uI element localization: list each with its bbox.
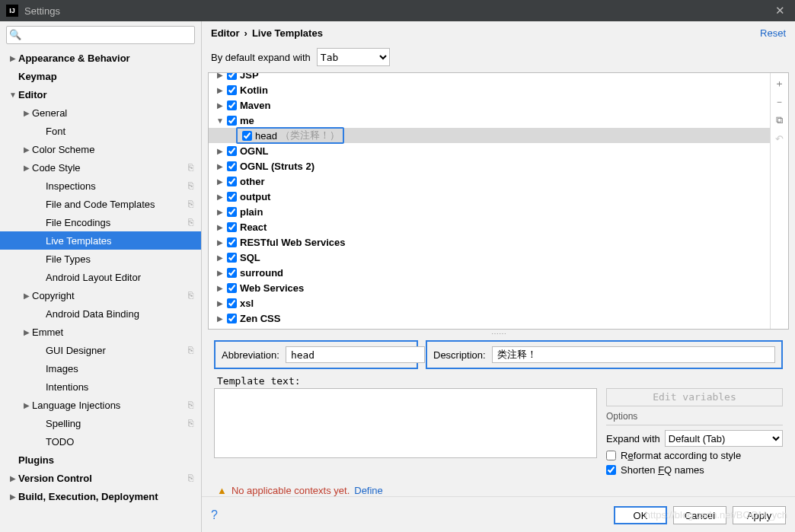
- sidebar-item-android-layout-editor[interactable]: Android Layout Editor: [0, 268, 201, 286]
- group-checkbox[interactable]: [227, 73, 237, 80]
- sidebar-item-intentions[interactable]: Intentions: [0, 377, 201, 396]
- apply-button[interactable]: Apply: [733, 506, 786, 524]
- shorten-label[interactable]: Shorten FQ names: [621, 464, 704, 476]
- sidebar-item-images[interactable]: Images: [0, 359, 201, 377]
- group-checkbox[interactable]: [227, 237, 237, 247]
- group-checkbox[interactable]: [227, 298, 237, 308]
- template-group[interactable]: ▶surround: [209, 265, 770, 280]
- add-icon[interactable]: ＋: [772, 76, 787, 91]
- sidebar-item-keymap[interactable]: Keymap: [0, 67, 201, 85]
- group-label: OGNL: [240, 145, 269, 157]
- options-expand-select[interactable]: Default (Tab): [665, 430, 783, 447]
- group-checkbox[interactable]: [227, 253, 237, 263]
- template-group[interactable]: ▶OGNL: [209, 143, 770, 158]
- sidebar-item-live-templates[interactable]: Live Templates: [0, 231, 201, 250]
- sidebar-item-general[interactable]: ▶General: [0, 104, 201, 122]
- cancel-button[interactable]: Cancel: [673, 506, 726, 524]
- reformat-label[interactable]: Reformat according to style: [621, 450, 741, 461]
- sidebar-item-file-types[interactable]: File Types: [0, 250, 201, 268]
- group-checkbox[interactable]: [227, 161, 237, 171]
- sidebar-item-todo[interactable]: TODO: [0, 432, 201, 451]
- group-checkbox[interactable]: [227, 268, 237, 278]
- sidebar-item-plugins[interactable]: Plugins: [0, 451, 201, 469]
- remove-icon[interactable]: －: [772, 94, 787, 110]
- sidebar-item-file-and-code-templates[interactable]: File and Code Templates⎘: [0, 195, 201, 213]
- template-group[interactable]: ▶Web Services: [209, 280, 770, 295]
- sidebar-item-file-encodings[interactable]: File Encodings⎘: [0, 213, 201, 231]
- template-group[interactable]: ▶Kotlin: [209, 82, 770, 97]
- chevron-icon: ▶: [215, 238, 225, 247]
- sidebar-item-label: Inspections: [46, 180, 188, 192]
- sidebar-item-code-style[interactable]: ▶Code Style⎘: [0, 158, 201, 177]
- sidebar-item-font[interactable]: Font: [0, 122, 201, 140]
- template-group[interactable]: ▶OGNL (Struts 2): [209, 158, 770, 174]
- sidebar-item-copyright[interactable]: ▶Copyright⎘: [0, 286, 201, 304]
- sidebar-item-version-control[interactable]: ▶Version Control⎘: [0, 469, 201, 487]
- template-group[interactable]: ▶xsl: [209, 295, 770, 311]
- group-checkbox[interactable]: [227, 177, 237, 186]
- group-checkbox[interactable]: [227, 283, 237, 293]
- define-link[interactable]: Define: [354, 485, 383, 496]
- template-text-area[interactable]: [214, 388, 597, 458]
- template-group[interactable]: ▶plain: [209, 204, 770, 219]
- template-group[interactable]: ▶Zen HTML: [209, 326, 770, 329]
- template-item[interactable]: head（类注释！）: [209, 128, 770, 143]
- sidebar-item-label: Emmet: [32, 327, 193, 338]
- chevron-icon: ▶: [21, 291, 32, 300]
- group-checkbox[interactable]: [227, 222, 237, 232]
- sidebar-item-inspections[interactable]: Inspections⎘: [0, 177, 201, 195]
- sidebar-item-gui-designer[interactable]: GUI Designer⎘: [0, 341, 201, 359]
- reformat-checkbox[interactable]: [606, 451, 616, 460]
- group-checkbox[interactable]: [227, 207, 237, 217]
- group-checkbox[interactable]: [227, 116, 237, 126]
- sidebar-item-language-injections[interactable]: ▶Language Injections⎘: [0, 396, 201, 414]
- group-label: Web Services: [240, 282, 304, 294]
- sidebar-item-label: Plugins: [18, 454, 193, 466]
- copy-icon[interactable]: ⧉: [772, 113, 787, 128]
- sidebar-item-android-data-binding[interactable]: Android Data Binding: [0, 304, 201, 323]
- sidebar-item-appearance-behavior[interactable]: ▶Appearance & Behavior: [0, 49, 201, 67]
- template-tree[interactable]: ▶JSP▶Kotlin▶Maven▼mehead（类注释！）▶OGNL▶OGNL…: [209, 73, 770, 329]
- sidebar-item-label: Live Templates: [46, 235, 193, 247]
- template-group[interactable]: ▶SQL: [209, 250, 770, 265]
- template-group[interactable]: ▶RESTful Web Services: [209, 234, 770, 250]
- group-checkbox[interactable]: [227, 85, 237, 95]
- template-group[interactable]: ▶React: [209, 219, 770, 234]
- sidebar-item-build-execution-deployment[interactable]: ▶Build, Execution, Deployment: [0, 487, 201, 505]
- group-label: OGNL (Struts 2): [240, 161, 314, 172]
- group-checkbox[interactable]: [227, 329, 237, 330]
- shorten-checkbox[interactable]: [606, 465, 616, 475]
- scope-badge: ⎘: [188, 162, 193, 173]
- template-group[interactable]: ▶output: [209, 189, 770, 204]
- chevron-icon: ▶: [8, 54, 18, 62]
- splitter-grip[interactable]: ⋯⋯: [208, 330, 789, 337]
- help-icon[interactable]: ?: [211, 508, 218, 522]
- group-label: Zen HTML: [240, 328, 288, 330]
- template-checkbox[interactable]: [242, 131, 252, 141]
- description-input[interactable]: [492, 346, 775, 363]
- sidebar-item-emmet[interactable]: ▶Emmet: [0, 323, 201, 341]
- template-group[interactable]: ▶other: [209, 174, 770, 189]
- warning-icon: ▲: [217, 485, 227, 496]
- sidebar-item-spelling[interactable]: Spelling⎘: [0, 414, 201, 432]
- undo-icon[interactable]: ↶: [772, 131, 787, 146]
- sidebar-item-color-scheme[interactable]: ▶Color Scheme: [0, 140, 201, 158]
- template-group[interactable]: ▼me: [209, 113, 770, 128]
- template-group[interactable]: ▶Zen CSS: [209, 311, 770, 326]
- template-text-label: Template text:: [208, 374, 789, 388]
- sidebar-item-editor[interactable]: ▼Editor: [0, 85, 201, 104]
- group-checkbox[interactable]: [227, 146, 237, 156]
- reset-link[interactable]: Reset: [760, 27, 786, 39]
- close-icon[interactable]: ✕: [771, 4, 789, 18]
- abbreviation-input[interactable]: [286, 346, 425, 363]
- ok-button[interactable]: OK: [614, 506, 667, 524]
- expand-select[interactable]: Tab: [317, 48, 390, 66]
- group-checkbox[interactable]: [227, 314, 237, 323]
- template-group[interactable]: ▶Maven: [209, 97, 770, 113]
- group-checkbox[interactable]: [227, 100, 237, 110]
- template-group[interactable]: ▶JSP: [209, 73, 770, 82]
- sidebar-item-label: General: [32, 107, 193, 119]
- search-input[interactable]: [6, 26, 195, 44]
- group-checkbox[interactable]: [227, 192, 237, 202]
- settings-tree[interactable]: ▶Appearance & BehaviorKeymap▼Editor▶Gene…: [0, 49, 201, 532]
